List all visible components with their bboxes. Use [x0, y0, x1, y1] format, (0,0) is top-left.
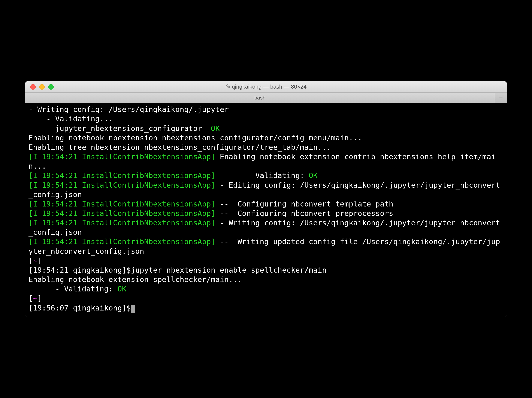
tab-label: bash [254, 95, 265, 101]
home-icon [225, 84, 230, 90]
terminal-text: [19:54:21 qingkaikong]$ [28, 266, 131, 274]
terminal-line: Enabling notebook extension spellchecker… [28, 275, 504, 284]
terminal-text: jupyter nbextension enable spellchecker/… [131, 266, 327, 274]
tab-bash[interactable]: bash [25, 93, 495, 103]
terminal-line: [I 19:54:21 InstallContribNbextensionsAp… [28, 209, 504, 218]
terminal-text: ] [38, 294, 42, 303]
terminal-text: [I 19:54:21 InstallContribNbextensionsAp… [28, 181, 215, 189]
terminal-line: [~] [28, 294, 504, 303]
terminal-text: ~ [33, 256, 38, 265]
terminal-text: [I 19:54:21 InstallContribNbextensionsAp… [28, 237, 215, 246]
window-title-text: qingkaikong — bash — 80×24 [232, 83, 306, 90]
terminal-text: - Validating... [28, 114, 113, 123]
add-tab-button[interactable]: + [495, 93, 507, 103]
terminal-text: - Validating: [28, 285, 117, 293]
terminal-line: [I 19:54:21 InstallContribNbextensionsAp… [28, 171, 504, 180]
close-button[interactable] [30, 84, 36, 90]
terminal-line: [I 19:54:21 InstallContribNbextensionsAp… [28, 199, 504, 209]
terminal-text: [I 19:54:21 InstallContribNbextensionsAp… [28, 200, 215, 208]
terminal-text: -- Configuring nbconvert preprocessors [215, 209, 393, 218]
terminal-text: OK [206, 124, 220, 133]
terminal-line: [~] [28, 256, 504, 265]
terminal-text: ] [38, 256, 42, 265]
terminal-line: [I 19:54:21 InstallContribNbextensionsAp… [28, 218, 504, 237]
titlebar[interactable]: qingkaikong — bash — 80×24 [25, 81, 507, 93]
terminal-text: - Validating: [215, 171, 309, 180]
terminal-text: - Writing config: /Users/qingkaikong/.ju… [28, 105, 229, 114]
terminal-text: OK [309, 171, 318, 180]
terminal-line: [I 19:54:21 InstallContribNbextensionsAp… [28, 152, 504, 171]
traffic-lights [25, 84, 54, 90]
terminal-text: [I 19:54:21 InstallContribNbextensionsAp… [28, 152, 215, 161]
terminal-line: Enabling notebook nbextension nbextensio… [28, 133, 504, 143]
plus-icon: + [499, 94, 503, 101]
terminal-text: [I 19:54:21 InstallContribNbextensionsAp… [28, 218, 215, 227]
terminal-line: [19:54:21 qingkaikong]$jupyter nbextensi… [28, 265, 504, 275]
terminal-line: - Writing config: /Users/qingkaikong/.ju… [28, 105, 504, 114]
terminal-line: - Validating: OK [28, 284, 504, 294]
terminal-text: Enabling notebook extension spellchecker… [28, 275, 242, 284]
terminal-text: ~ [33, 294, 38, 303]
terminal-line: [19:56:07 qingkaikong]$ [28, 303, 504, 313]
terminal-text: jupyter_nbextensions_configurator [28, 124, 206, 133]
terminal-text: Enabling notebook nbextension nbextensio… [28, 134, 362, 142]
terminal-line: [I 19:54:21 InstallContribNbextensionsAp… [28, 237, 504, 256]
terminal-output[interactable]: - Writing config: /Users/qingkaikong/.ju… [25, 103, 507, 317]
terminal-text: [I 19:54:21 InstallContribNbextensionsAp… [28, 171, 215, 180]
terminal-text: [19:56:07 qingkaikong]$ [28, 304, 131, 312]
terminal-line: - Validating... [28, 114, 504, 124]
terminal-line: [I 19:54:21 InstallContribNbextensionsAp… [28, 180, 504, 199]
terminal-text: OK [117, 285, 126, 293]
terminal-window: qingkaikong — bash — 80×24 bash + - Writ… [25, 81, 507, 317]
terminal-line: jupyter_nbextensions_configurator OK [28, 124, 504, 133]
maximize-button[interactable] [48, 84, 54, 90]
terminal-text: [I 19:54:21 InstallContribNbextensionsAp… [28, 209, 215, 218]
terminal-line: Enabling tree nbextension nbextensions_c… [28, 143, 504, 152]
terminal-text: [ [28, 256, 33, 265]
window-title: qingkaikong — bash — 80×24 [225, 83, 306, 90]
terminal-text: Enabling tree nbextension nbextensions_c… [28, 143, 331, 151]
tabbar: bash + [25, 93, 507, 103]
minimize-button[interactable] [39, 84, 45, 90]
cursor [131, 305, 135, 313]
terminal-text: -- Configuring nbconvert template path [215, 200, 393, 208]
terminal-text: [ [28, 294, 33, 303]
